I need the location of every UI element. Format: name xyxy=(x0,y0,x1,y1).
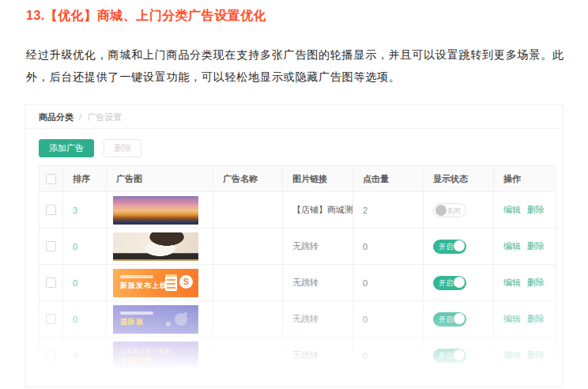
banner-line1: 光启酒店预订系统 xyxy=(120,347,198,354)
display-status-toggle[interactable]: 开启 xyxy=(433,349,466,363)
banner-small-text-blur xyxy=(120,312,153,315)
image-link-value: 无跳转 xyxy=(283,228,353,264)
sort-value: 0 xyxy=(63,265,107,300)
image-link-value: 【店铺】商城测试店.. xyxy=(283,192,353,228)
table-row: 0 国际版 无跳转 0 开启 xyxy=(40,300,556,337)
header-clicks: 点击量 xyxy=(353,166,424,191)
edit-link[interactable]: 编辑 xyxy=(503,349,521,361)
map-pin-graphic-icon xyxy=(175,313,187,326)
ad-image-purple-banner: 国际版 xyxy=(113,305,198,334)
edit-link[interactable]: 编辑 xyxy=(503,204,521,216)
table-row: 0 新版发布上线！ S 无跳转 0 开启 xyxy=(40,264,556,300)
add-ad-button[interactable]: 添加广告 xyxy=(39,139,94,157)
toggle-knob-icon xyxy=(454,313,465,324)
body-paragraph: 经过升级优化，商城和上门商品分类现在支持多张广告图的轮播显示，并且可以设置跳转到… xyxy=(26,43,571,88)
ad-name-value xyxy=(213,338,283,373)
header-sort: 排序 xyxy=(63,166,107,191)
ad-image-orange-banner: 新版发布上线！ S xyxy=(113,269,198,297)
toggle-label: 开启 xyxy=(439,349,453,363)
breadcrumb-separator: / xyxy=(79,112,81,122)
toggle-label: 开启 xyxy=(439,312,453,327)
sort-value: 0 xyxy=(63,338,107,373)
display-status-toggle[interactable]: 开启 xyxy=(433,276,466,290)
header-actions: 操作 xyxy=(494,166,556,191)
page: 13.【优化】商城、上门分类广告设置优化 经过升级优化，商城和上门商品分类现在支… xyxy=(0,0,588,389)
table-row: 0 光启酒店预订系统 全新升级！ 无跳转 0 开启 编 xyxy=(40,337,556,373)
table-row: 3 【店铺】商城测试店.. 2 关闭 编辑 删除 xyxy=(40,191,556,228)
breadcrumb-current-page: 广告设置 xyxy=(87,112,122,122)
select-all-checkbox[interactable] xyxy=(46,174,56,184)
ads-table: 排序 广告图 广告名称 图片链接 点击量 显示状态 操作 3 【店铺】商城测试店… xyxy=(39,165,556,374)
ad-name-value xyxy=(213,192,283,228)
delete-button[interactable]: 删除 xyxy=(104,139,141,157)
clicks-value: 0 xyxy=(353,228,424,264)
image-link-value: 无跳转 xyxy=(283,338,353,373)
toggle-knob-icon xyxy=(435,205,447,216)
admin-screenshot-panel: 商品分类 / 广告设置 添加广告 删除 排序 广告图 广告名称 图片链接 点击量… xyxy=(24,104,564,387)
row-checkbox[interactable] xyxy=(46,205,56,215)
ad-name-value xyxy=(213,265,283,300)
row-checkbox[interactable] xyxy=(46,241,56,251)
header-image-link: 图片链接 xyxy=(283,166,353,191)
header-display-status: 显示状态 xyxy=(424,166,494,191)
image-link-value: 无跳转 xyxy=(283,265,353,300)
display-status-toggle[interactable]: 开启 xyxy=(433,312,466,327)
ad-image-city-sunset xyxy=(113,196,198,225)
delete-link[interactable]: 删除 xyxy=(527,240,545,252)
delete-link[interactable]: 删除 xyxy=(527,349,545,361)
banner-small-text-blur xyxy=(120,275,153,278)
delete-link[interactable]: 删除 xyxy=(527,204,545,216)
s-logo-badge: S xyxy=(179,275,193,289)
edit-link[interactable]: 编辑 xyxy=(503,313,521,325)
breadcrumb-section[interactable]: 商品分类 xyxy=(39,112,74,122)
ad-name-value xyxy=(213,301,283,337)
clicks-value: 0 xyxy=(353,338,424,373)
edit-link[interactable]: 编辑 xyxy=(503,240,521,252)
sort-value: 0 xyxy=(63,228,107,264)
row-checkbox[interactable] xyxy=(46,314,56,324)
image-link-value: 无跳转 xyxy=(283,301,353,337)
table-header-row: 排序 广告图 广告名称 图片链接 点击量 显示状态 操作 xyxy=(40,166,556,191)
delete-link[interactable]: 删除 xyxy=(527,313,545,325)
table-row: 0 无跳转 0 开启 编辑 删除 xyxy=(40,228,556,264)
sort-value: 0 xyxy=(63,301,107,337)
header-ad-name: 广告名称 xyxy=(213,166,283,191)
clicks-value: 0 xyxy=(353,265,424,300)
display-status-toggle[interactable]: 开启 xyxy=(433,240,466,254)
toggle-label: 关闭 xyxy=(447,204,461,218)
toggle-knob-icon xyxy=(454,277,465,288)
ad-image-lilac-banner: 光启酒店预订系统 全新升级！ xyxy=(113,342,198,370)
clicks-value: 0 xyxy=(353,301,424,337)
calendar-graphic-icon xyxy=(165,274,177,291)
display-status-toggle[interactable]: 关闭 xyxy=(433,203,466,217)
clicks-value: 2 xyxy=(353,192,424,228)
sort-value: 3 xyxy=(63,192,107,228)
row-checkbox[interactable] xyxy=(46,350,56,361)
row-checkbox[interactable] xyxy=(46,278,56,288)
ad-name-value xyxy=(213,228,283,264)
header-ad-image: 广告图 xyxy=(107,166,213,191)
breadcrumb: 商品分类 / 广告设置 xyxy=(25,105,563,129)
toggle-knob-icon xyxy=(454,240,465,251)
section-heading: 13.【优化】商城、上门分类广告设置优化 xyxy=(26,7,566,25)
banner-line2: 全新升级！ xyxy=(120,356,198,364)
toolbar: 添加广告 删除 xyxy=(25,129,563,165)
toggle-label: 开启 xyxy=(439,276,453,290)
delete-link[interactable]: 删除 xyxy=(527,277,545,289)
ad-image-model-photo xyxy=(113,232,198,261)
edit-link[interactable]: 编辑 xyxy=(503,277,521,289)
toggle-knob-icon xyxy=(454,349,465,361)
toggle-label: 开启 xyxy=(439,240,453,254)
